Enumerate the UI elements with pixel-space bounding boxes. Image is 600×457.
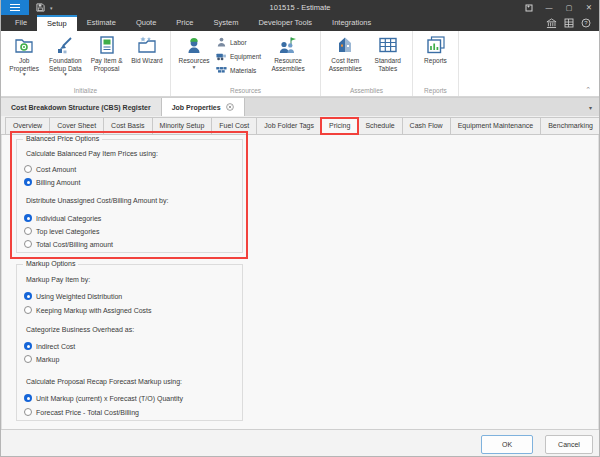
app-menu-button[interactable] (1, 0, 29, 15)
menu-tab-price[interactable]: Price (166, 15, 203, 31)
title-bar: ▾ 101515 - Estimate — ▢ ✕ (1, 0, 599, 15)
bank-icon[interactable] (546, 18, 557, 29)
reports-icon (426, 35, 446, 55)
radio-option-cost-amount[interactable]: Cost Amount (24, 165, 76, 173)
dropdown-caret-icon: ▼ (22, 72, 27, 77)
radio-option-top-level-categories[interactable]: Top level Categories (24, 227, 99, 235)
resource-assemblies-button[interactable]: Resource Assemblies (265, 33, 311, 72)
menu-tab-file[interactable]: File (5, 15, 37, 31)
footer-bar: OK Cancel (1, 429, 599, 457)
help-icon[interactable]: ? (581, 18, 591, 28)
cancel-button[interactable]: Cancel (545, 435, 593, 454)
job-properties-button[interactable]: Job Properties ▼ (4, 33, 44, 77)
pay-item-proposal-button[interactable]: Pay Item & Proposal (86, 33, 126, 72)
menu-tab-integrations[interactable]: Integrations (322, 15, 381, 31)
labor-icon (216, 37, 227, 47)
menu-tab-setup[interactable]: Setup (37, 15, 77, 31)
document-tab-bar: Cost Breakdown Structure (CBS) Register … (1, 97, 599, 116)
document-tab-job-properties[interactable]: Job Properties (162, 98, 245, 116)
tab-fuel-cost[interactable]: Fuel Cost (211, 117, 257, 135)
equipment-icon (216, 51, 227, 61)
markup-options-group: Markup Options Markup Pay Item by: Using… (16, 264, 243, 421)
radio-option-unit-markup-forecast[interactable]: Unit Markup (current) x Forecast (T/O) Q… (24, 394, 183, 402)
menu-tab-quote[interactable]: Quote (126, 15, 166, 31)
radio-option-keeping-markup[interactable]: Keeping Markup with Assigned Costs (24, 306, 152, 314)
ribbon-group-reports: Reports Reports (413, 31, 459, 96)
ribbon-group-initialize: Job Properties ▼ Foundation Setup Data ▼… (1, 31, 171, 96)
radio-button[interactable] (24, 227, 32, 235)
group-title: Markup Options (23, 260, 78, 267)
tab-cover-sheet[interactable]: Cover Sheet (49, 117, 104, 135)
pricing-panel: Balanced Price Options Calculate Balance… (1, 135, 599, 429)
standard-tables-icon (378, 35, 398, 55)
tab-equipment-maintenance[interactable]: Equipment Maintenance (450, 117, 542, 135)
radio-button[interactable] (24, 292, 32, 300)
radio-option-weighted-distribution[interactable]: Using Weighted Distribution (24, 292, 122, 300)
labor-button[interactable]: Labor (216, 37, 261, 47)
ribbon-group-label: Resources (171, 86, 320, 96)
radio-button[interactable] (24, 408, 32, 416)
close-button[interactable]: ✕ (579, 0, 599, 15)
question-label: Distribute Unassigned Cost/Billing Amoun… (26, 197, 168, 204)
tab-overview[interactable]: Overview (5, 117, 50, 135)
grid-icon[interactable] (564, 18, 574, 28)
question-label: Markup Pay Item by: (26, 276, 90, 283)
radio-option-forecast-price[interactable]: Forecast Price - Total Cost/Billing (24, 408, 139, 416)
radio-option-billing-amount[interactable]: Billing Amount (24, 178, 80, 186)
radio-option-markup[interactable]: Markup (24, 355, 59, 363)
quick-access-caret-icon[interactable]: ▾ (50, 5, 53, 11)
maximize-button[interactable]: ▢ (559, 0, 579, 15)
menu-tab-system[interactable]: System (203, 15, 248, 31)
radio-option-indirect-cost[interactable]: Indirect Cost (24, 342, 75, 350)
question-label: Categorize Business Overhead as: (26, 326, 134, 333)
tab-minority-setup[interactable]: Minority Setup (152, 117, 213, 135)
dropdown-caret-icon: ▼ (63, 72, 68, 77)
reports-button[interactable]: Reports (416, 33, 455, 65)
svg-text:?: ? (584, 20, 588, 26)
document-tab-cbs-register[interactable]: Cost Breakdown Structure (CBS) Register (1, 98, 162, 116)
tab-benchmarking[interactable]: Benchmarking (540, 117, 600, 135)
resources-button[interactable]: Resources ▼ (174, 33, 214, 70)
radio-button[interactable] (24, 342, 32, 350)
window-title: 101515 - Estimate (1, 3, 599, 12)
tab-schedule[interactable]: Schedule (357, 117, 402, 135)
ribbon-tab-bar: File Setup Estimate Quote Price System D… (1, 15, 599, 31)
ribbon-group-label: Reports (413, 86, 458, 96)
group-title: Balanced Price Options (23, 135, 102, 142)
radio-button[interactable] (24, 306, 32, 314)
collapse-ribbon-icon[interactable]: ⌃ (585, 86, 591, 93)
bid-wizard-button[interactable]: Bid Wizard (127, 33, 167, 65)
cost-item-assemblies-icon (335, 35, 355, 55)
radio-option-total-cost-billing[interactable]: Total Cost/Billing amount (24, 240, 113, 248)
bid-wizard-icon (137, 35, 157, 55)
tab-cash-flow[interactable]: Cash Flow (402, 117, 451, 135)
radio-button[interactable] (24, 394, 32, 402)
ribbon-group-label: Assemblies (321, 86, 412, 96)
cost-item-assemblies-button[interactable]: Cost Item Assemblies (324, 33, 367, 72)
minimize-button[interactable]: — (539, 0, 559, 15)
ribbon-group-assemblies: Cost Item Assemblies Standard Tables Ass… (321, 31, 413, 96)
standard-tables-button[interactable]: Standard Tables (367, 33, 410, 72)
foundation-setup-data-button[interactable]: Foundation Setup Data ▼ (44, 33, 86, 77)
radio-option-individual-categories[interactable]: Individual Categories (24, 214, 101, 222)
new-window-icon[interactable] (519, 0, 539, 15)
tab-job-folder-tags[interactable]: Job Folder Tags (256, 117, 322, 135)
materials-icon (216, 65, 227, 75)
radio-button[interactable] (24, 355, 32, 363)
radio-button[interactable] (24, 165, 32, 173)
save-icon[interactable] (36, 3, 45, 12)
tab-list-caret-icon[interactable]: ▾ (589, 104, 599, 111)
job-properties-icon (14, 35, 34, 55)
resource-assemblies-icon (278, 35, 298, 55)
equipment-button[interactable]: Equipment (216, 51, 261, 61)
menu-tab-estimate[interactable]: Estimate (77, 15, 126, 31)
ok-button[interactable]: OK (481, 435, 533, 454)
tab-cost-basis[interactable]: Cost Basis (103, 117, 152, 135)
materials-button[interactable]: Materials (216, 65, 261, 75)
radio-button[interactable] (24, 178, 32, 186)
radio-button[interactable] (24, 240, 32, 248)
close-tab-icon[interactable] (226, 103, 234, 111)
radio-button[interactable] (24, 214, 32, 222)
tab-pricing[interactable]: Pricing (321, 117, 358, 135)
menu-tab-developer-tools[interactable]: Developer Tools (248, 15, 322, 31)
